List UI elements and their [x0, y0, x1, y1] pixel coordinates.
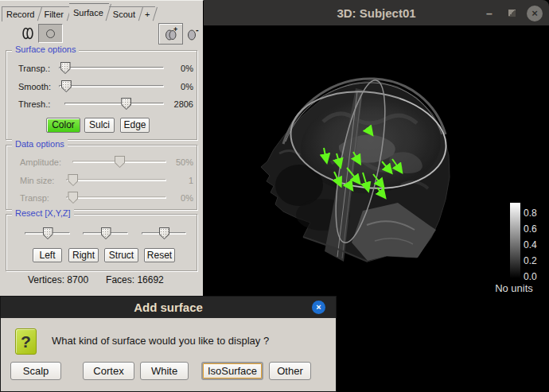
tab-record[interactable]: Record: [2, 6, 40, 21]
minsize-value: 1: [162, 176, 193, 185]
isosurface-button[interactable]: IsoSurface: [201, 362, 263, 380]
minsize-slider-row: Min size: 1: [20, 174, 192, 188]
transparency-slider-row: Transp.: 0%: [18, 62, 192, 76]
slider-thumb[interactable]: [159, 227, 169, 239]
vertices-count: Vertices: 8700: [28, 274, 88, 285]
resect-sliders-row: [6, 227, 197, 241]
tab-scout[interactable]: Scout: [109, 6, 141, 21]
panel-tabs: Record Filter Surface Scout +: [2, 2, 155, 21]
group-title: Resect [X,Y,Z]: [12, 208, 74, 218]
slider-thumb[interactable]: [121, 98, 131, 110]
resect-group: Resect [X,Y,Z] Left Right Struct Reset: [6, 214, 197, 271]
add-surface-dialog: Add surface × ? What kind of surface wou…: [0, 296, 337, 392]
amplitude-value: 50%: [162, 157, 193, 167]
data-transp-slider: [66, 196, 166, 199]
slider-thumb: [115, 156, 125, 168]
minsize-slider: [66, 179, 166, 181]
cortex-button[interactable]: Cortex: [83, 362, 134, 380]
colorbar-tick: 0.6: [524, 223, 549, 235]
faces-count: Faces: 16692: [106, 274, 164, 285]
surface-panel: Record Filter Surface Scout + + - Surfac…: [0, 0, 204, 296]
colorbar-tick: 0.0: [524, 271, 549, 282]
resect-reset-button[interactable]: Reset: [144, 248, 175, 262]
threshold-slider-row: Thresh.: 2806: [18, 98, 192, 111]
sphere-view-toggle[interactable]: [38, 24, 63, 43]
dialog-title: Add surface: [1, 301, 336, 314]
group-title: Surface options: [12, 45, 79, 54]
slider-thumb[interactable]: [43, 227, 53, 239]
white-button[interactable]: White: [140, 362, 189, 380]
threshold-value: 2806: [162, 99, 193, 109]
tab-add[interactable]: +: [141, 6, 155, 21]
sulci-button[interactable]: Sulci: [84, 118, 115, 133]
colorbar-tick: 0.4: [524, 239, 549, 250]
colorbar-tick: 0.8: [524, 208, 549, 219]
resect-left-button[interactable]: Left: [33, 248, 62, 262]
maximize-icon[interactable]: [508, 10, 516, 17]
brain-plus-icon: +: [163, 26, 179, 42]
remove-surface-button[interactable]: -: [185, 26, 201, 45]
smooth-slider-row: Smooth: 0%: [18, 80, 192, 94]
scalp-button[interactable]: Scalp: [10, 362, 61, 380]
tab-filter[interactable]: Filter: [40, 6, 68, 21]
resect-right-button[interactable]: Right: [68, 248, 99, 262]
svg-text:+: +: [173, 26, 177, 33]
dialog-question: What kind of surface would you like to d…: [52, 335, 269, 347]
transparency-value: 0%: [162, 64, 193, 73]
viewer-titlebar[interactable]: 3D: Subject01 – ×: [204, 0, 549, 26]
colorbar-units-label: No units: [481, 282, 547, 294]
group-title: Data options: [12, 139, 68, 149]
slider-thumb: [68, 192, 78, 204]
data-options-group: Data options Amplitude: 50% Min size: 1 …: [6, 145, 197, 210]
resect-z-slider[interactable]: [142, 232, 186, 235]
transparency-slider[interactable]: [59, 67, 164, 69]
question-icon: ?: [15, 328, 37, 355]
dialog-titlebar[interactable]: Add surface ×: [1, 297, 336, 318]
amplitude-slider: [72, 161, 166, 163]
color-button[interactable]: Color: [46, 118, 80, 133]
threshold-slider[interactable]: [64, 103, 164, 105]
smooth-value: 0%: [162, 82, 193, 91]
dialog-close-icon[interactable]: ×: [312, 301, 325, 314]
colorbar[interactable]: [510, 203, 520, 278]
slider-thumb: [68, 174, 78, 186]
svg-text:-: -: [196, 26, 199, 34]
circle-icon: [46, 29, 55, 38]
other-button[interactable]: Other: [269, 362, 311, 380]
slider-thumb[interactable]: [61, 80, 72, 92]
colorbar-tick: 0.2: [524, 255, 549, 266]
tab-surface[interactable]: Surface: [69, 3, 109, 21]
amplitude-slider-row: Amplitude: 50%: [20, 156, 192, 169]
data-transp-slider-row: Transp: 0%: [20, 192, 192, 205]
slider-thumb[interactable]: [101, 227, 111, 239]
resect-x-slider[interactable]: [25, 232, 70, 235]
resect-struct-button[interactable]: Struct: [104, 248, 138, 262]
mesh-status: Vertices: 8700Faces: 16692: [28, 274, 181, 285]
resect-y-slider[interactable]: [83, 232, 128, 235]
data-transp-value: 0%: [162, 193, 193, 203]
surface-options-group: Surface options Transp.: 0% Smooth: 0% T…: [6, 50, 197, 140]
smooth-slider[interactable]: [59, 85, 164, 87]
hemispheres-icon[interactable]: [21, 26, 34, 44]
edge-button[interactable]: Edge: [120, 118, 150, 133]
add-surface-button[interactable]: +: [158, 23, 183, 45]
close-icon[interactable]: ×: [527, 6, 543, 21]
slider-thumb[interactable]: [60, 62, 71, 74]
minimize-icon[interactable]: –: [481, 7, 497, 20]
brain-minus-icon: -: [185, 26, 201, 42]
